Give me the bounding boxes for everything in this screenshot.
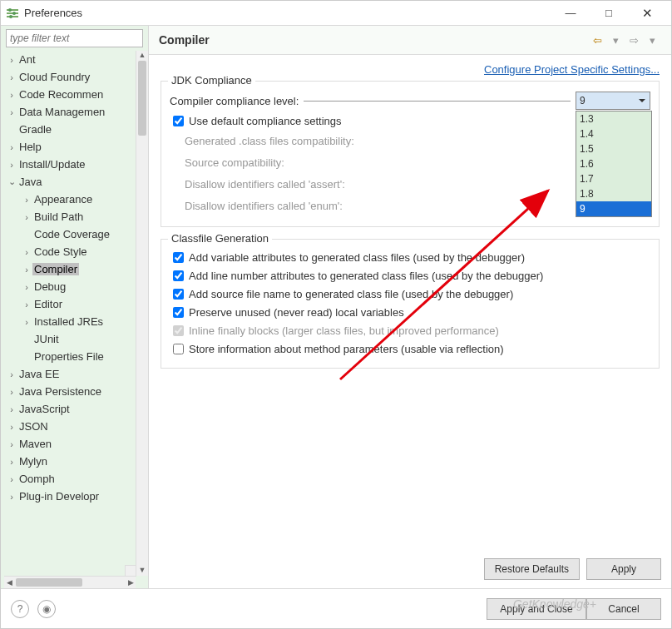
compliance-level-select[interactable]: 9 1.31.41.51.61.71.89	[576, 92, 650, 110]
forward-icon[interactable]: ⇨	[626, 32, 641, 47]
tree-item-label: Java Persistence	[17, 385, 103, 398]
tree-item-label: Properties File	[32, 350, 106, 363]
compliance-option-1-3[interactable]: 1.3	[576, 111, 651, 126]
use-default-compliance-label: Use default compliance settings	[189, 115, 342, 127]
tree-item-installed-jres[interactable]: ›Installed JREs	[4, 313, 136, 330]
tree-item-label: Oomph	[17, 473, 57, 485]
classfile-option-label: Add variable attributes to generated cla…	[189, 251, 525, 264]
classfile-option-label: Add source file name to generated class …	[189, 288, 513, 300]
chevron-right-icon: ›	[6, 369, 17, 379]
tree-item-label: Java EE	[17, 368, 61, 380]
tree-item-editor[interactable]: ›Editor	[4, 295, 136, 313]
classfile-option-label: Preserve unused (never read) local varia…	[189, 306, 404, 319]
compliance-option-1-6[interactable]: 1.6	[576, 156, 651, 171]
scroll-corner	[125, 565, 136, 577]
tree-item-label: Code Style	[32, 245, 89, 258]
classfile-generation-group: Classfile Generation Add variable attrib…	[161, 239, 660, 369]
chevron-right-icon: ›	[6, 107, 17, 117]
minimize-button[interactable]: —	[551, 1, 590, 26]
restore-defaults-button[interactable]: Restore Defaults	[484, 558, 580, 580]
chevron-right-icon: ›	[6, 387, 17, 397]
tree-item-java[interactable]: ⌄Java	[4, 173, 136, 191]
tree-item-data-managemen[interactable]: ›Data Managemen	[4, 103, 136, 121]
classfile-option-checkbox-1[interactable]	[173, 270, 184, 281]
category-tree: ›Ant›Cloud Foundry›Code Recommen›Data Ma…	[4, 51, 148, 588]
svg-point-5	[9, 15, 12, 18]
help-icon[interactable]: ?	[11, 600, 29, 618]
tree-item-label: Help	[17, 141, 43, 153]
tree-item-oomph[interactable]: ›Oomph	[4, 470, 136, 488]
classfile-option-label: Add line number attributes to generated …	[189, 270, 543, 282]
classfile-option-label: Store information about method parameter…	[189, 343, 504, 355]
classfile-option-checkbox-0[interactable]	[173, 252, 184, 263]
tree-item-properties-file[interactable]: Properties File	[4, 348, 136, 365]
tree-scrollbar-horizontal[interactable]: ◀▶	[4, 576, 136, 588]
apply-and-close-button[interactable]: Apply and Close	[487, 598, 586, 620]
compliance-option-9[interactable]: 9	[576, 201, 651, 216]
tree-item-junit[interactable]: JUnit	[4, 330, 136, 348]
cancel-button[interactable]: Cancel	[586, 598, 661, 620]
tree-item-java-persistence[interactable]: ›Java Persistence	[4, 383, 136, 400]
use-default-compliance-checkbox[interactable]	[173, 116, 184, 126]
tree-item-label: JUnit	[32, 333, 61, 345]
classfile-option-row: Add line number attributes to generated …	[170, 266, 650, 285]
chevron-right-icon: ›	[6, 492, 17, 502]
tree-item-code-recommen[interactable]: ›Code Recommen	[4, 86, 136, 103]
classfile-option-row: Store information about method parameter…	[170, 339, 650, 358]
classfile-option-checkbox-2[interactable]	[173, 289, 184, 300]
classfile-generation-legend: Classfile Generation	[168, 232, 272, 245]
tree-item-label: Install/Update	[17, 158, 87, 171]
tree-item-maven[interactable]: ›Maven	[4, 435, 136, 453]
tree-item-ant[interactable]: ›Ant	[4, 51, 136, 68]
tree-item-label: Ant	[17, 53, 37, 66]
chevron-right-icon: ›	[6, 422, 17, 432]
tree-item-install-update[interactable]: ›Install/Update	[4, 156, 136, 173]
tree-item-label: Plug-in Developr	[17, 490, 101, 503]
tree-item-label: Cloud Foundry	[17, 71, 91, 83]
tree-item-code-style[interactable]: ›Code Style	[4, 243, 136, 260]
chevron-right-icon: ›	[6, 439, 17, 449]
tree-item-debug[interactable]: ›Debug	[4, 278, 136, 295]
chevron-right-icon: ›	[21, 265, 32, 275]
tree-item-mylyn[interactable]: ›Mylyn	[4, 453, 136, 470]
tree-item-compiler[interactable]: ›Compiler	[4, 260, 136, 278]
tree-item-plug-in-developr[interactable]: ›Plug-in Developr	[4, 488, 136, 505]
tree-item-java-ee[interactable]: ›Java EE	[4, 365, 136, 383]
tree-item-help[interactable]: ›Help	[4, 138, 136, 156]
compliance-option-1-5[interactable]: 1.5	[576, 141, 651, 156]
classfile-option-checkbox-5[interactable]	[173, 344, 184, 354]
compliance-level-dropdown[interactable]: 1.31.41.51.61.71.89	[576, 111, 652, 217]
toolbar-menu-icon[interactable]: ▾	[645, 32, 660, 47]
chevron-right-icon: ›	[6, 55, 17, 65]
tree-item-code-coverage[interactable]: Code Coverage	[4, 225, 136, 243]
window-titlebar: Preferences — □ ✕	[1, 1, 671, 26]
apply-button[interactable]: Apply	[586, 558, 661, 580]
tree-item-cloud-foundry[interactable]: ›Cloud Foundry	[4, 68, 136, 86]
tree-item-label: Installed JREs	[32, 315, 105, 328]
chevron-down-icon: ⌄	[6, 176, 17, 187]
tree-item-javascript[interactable]: ›JavaScript	[4, 400, 136, 418]
filter-input[interactable]	[6, 29, 143, 47]
maximize-button[interactable]: □	[590, 1, 628, 26]
classfile-option-checkbox-3[interactable]	[173, 307, 184, 318]
compliance-option-1-8[interactable]: 1.8	[576, 186, 651, 201]
tree-item-build-path[interactable]: ›Build Path	[4, 208, 136, 225]
tree-item-label: Build Path	[32, 210, 85, 223]
tree-item-label: Gradle	[17, 123, 53, 136]
disallow-assert-label: Disallow identifiers called 'assert':	[185, 178, 345, 191]
tree-item-gradle[interactable]: Gradle	[4, 121, 136, 138]
svg-point-4	[12, 12, 16, 15]
tree-scrollbar-vertical[interactable]: ▲▼	[136, 51, 148, 576]
tree-item-appearance[interactable]: ›Appearance	[4, 191, 136, 208]
compliance-option-1-4[interactable]: 1.4	[576, 126, 651, 141]
import-export-icon[interactable]: ◉	[37, 600, 56, 618]
chevron-right-icon: ›	[6, 160, 17, 170]
back-menu-icon[interactable]: ▾	[608, 32, 623, 47]
back-icon[interactable]: ⇦	[590, 32, 605, 47]
close-button[interactable]: ✕	[628, 1, 666, 26]
tree-item-json[interactable]: ›JSON	[4, 418, 136, 435]
classfile-option-row: Add source file name to generated class …	[170, 285, 650, 303]
configure-project-link[interactable]: Configure Project Specific Settings...	[484, 63, 660, 76]
classfile-option-row: Inline finally blocks (larger class file…	[170, 321, 650, 339]
compliance-option-1-7[interactable]: 1.7	[576, 171, 651, 186]
